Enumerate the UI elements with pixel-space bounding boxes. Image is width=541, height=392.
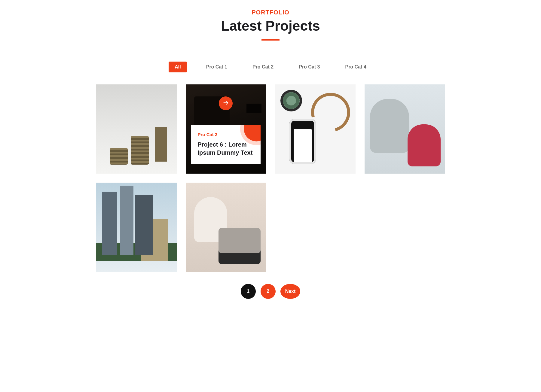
page-next-button[interactable]: Next xyxy=(280,284,301,299)
card-image xyxy=(96,183,177,272)
card-image xyxy=(275,84,356,174)
pagination: 1 2 Next xyxy=(96,284,445,299)
section-header: PORTFOLIO Latest Projects xyxy=(96,9,445,41)
card-image xyxy=(96,84,177,174)
portfolio-grid: Pro Cat 2 Project 6 : Lorem Ipsum Dummy … xyxy=(96,84,445,272)
section-eyebrow: PORTFOLIO xyxy=(96,9,445,16)
section-title: Latest Projects xyxy=(96,18,445,34)
page-1-button[interactable]: 1 xyxy=(241,284,256,299)
portfolio-card[interactable] xyxy=(96,183,177,272)
card-image xyxy=(365,84,445,174)
page-2-button[interactable]: 2 xyxy=(261,284,276,299)
filter-tabs: All Pro Cat 1 Pro Cat 2 Pro Cat 3 Pro Ca… xyxy=(96,62,445,72)
portfolio-card[interactable] xyxy=(275,84,356,174)
card-corner-decoration xyxy=(244,125,261,141)
section-divider xyxy=(261,39,280,41)
filter-tab-all[interactable]: All xyxy=(169,62,187,72)
portfolio-card[interactable] xyxy=(96,84,177,174)
filter-tab-cat2[interactable]: Pro Cat 2 xyxy=(246,62,280,72)
card-title: Project 6 : Lorem Ipsum Dummy Text xyxy=(198,141,254,157)
filter-tab-cat1[interactable]: Pro Cat 1 xyxy=(200,62,233,72)
arrow-right-icon xyxy=(222,99,229,107)
card-open-button[interactable] xyxy=(219,96,233,110)
card-info-panel: Pro Cat 2 Project 6 : Lorem Ipsum Dummy … xyxy=(191,125,261,164)
filter-tab-cat3[interactable]: Pro Cat 3 xyxy=(293,62,326,72)
portfolio-card[interactable] xyxy=(186,183,266,272)
card-image xyxy=(186,183,266,272)
portfolio-card-active[interactable]: Pro Cat 2 Project 6 : Lorem Ipsum Dummy … xyxy=(186,84,266,174)
portfolio-card[interactable] xyxy=(365,84,445,174)
filter-tab-cat4[interactable]: Pro Cat 4 xyxy=(339,62,372,72)
